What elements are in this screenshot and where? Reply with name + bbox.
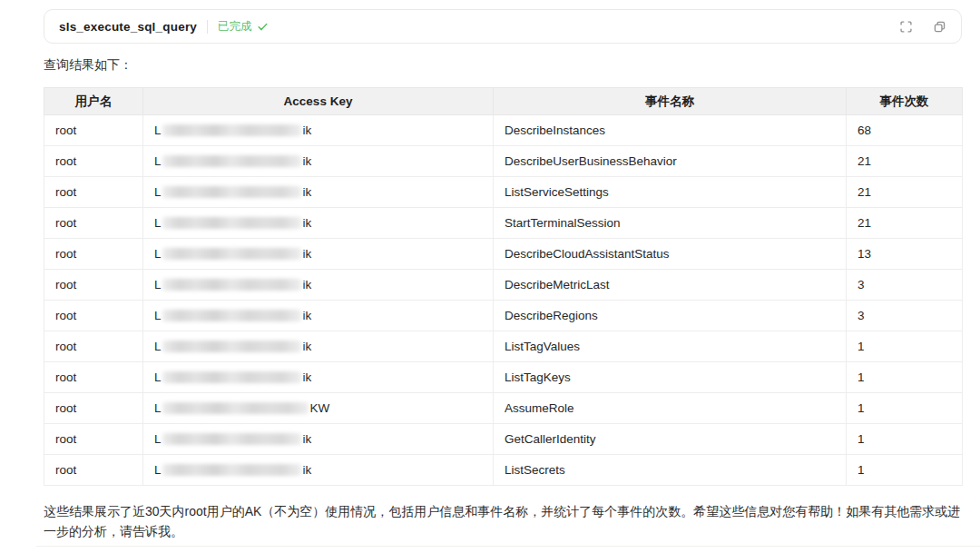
cell-event-count: 1 xyxy=(847,424,963,455)
cell-access-key: L ik xyxy=(143,362,494,393)
cell-event-name: AssumeRole xyxy=(494,393,847,424)
ak-prefix: L xyxy=(154,278,162,291)
copy-icon[interactable] xyxy=(932,19,946,34)
cell-username: root xyxy=(44,177,143,208)
ak-redaction-blur xyxy=(162,155,301,167)
ak-suffix: ik xyxy=(303,278,312,291)
intro-text: 查询结果如下： xyxy=(44,57,132,74)
query-result-table: 用户名 Access Key 事件名称 事件次数 root L ik Descr… xyxy=(44,87,963,486)
cell-access-key: L ik xyxy=(143,146,494,177)
cell-event-name: GetCallerIdentity xyxy=(494,424,847,455)
cell-username: root xyxy=(44,115,143,146)
ak-suffix: ik xyxy=(303,432,312,446)
cell-event-name: DescribeRegions xyxy=(494,301,847,331)
cell-username: root xyxy=(44,146,143,177)
cell-username: root xyxy=(44,393,143,424)
cell-username: root xyxy=(44,331,143,362)
cell-event-name: DescribeUserBusinessBehavior xyxy=(494,146,847,177)
ak-redaction-blur xyxy=(162,186,301,198)
table-row: root L ik ListTagKeys 1 xyxy=(44,362,963,393)
cell-event-name: ListSecrets xyxy=(494,455,847,486)
table-row: root L ik DescribeRegions 3 xyxy=(44,301,963,331)
ak-suffix: KW xyxy=(310,401,330,415)
result-summary-text: 这些结果展示了近30天内root用户的AK（不为空）使用情况，包括用户信息和事件… xyxy=(44,501,964,541)
cell-access-key: L ik xyxy=(143,208,494,239)
ak-suffix: ik xyxy=(303,216,312,230)
ak-redaction-blur xyxy=(162,217,301,229)
cell-event-count: 3 xyxy=(847,301,963,331)
ak-prefix: L xyxy=(154,432,162,446)
ak-prefix: L xyxy=(154,185,162,199)
ak-suffix: ik xyxy=(303,340,312,353)
cell-event-count: 21 xyxy=(847,146,963,177)
ak-prefix: L xyxy=(154,247,162,261)
cell-username: root xyxy=(44,239,143,270)
cell-event-name: ListTagKeys xyxy=(494,362,847,393)
cell-event-name: ListTagValues xyxy=(494,331,847,362)
tool-name: sls_execute_sql_query xyxy=(59,20,197,34)
ak-redaction-blur xyxy=(162,402,309,414)
ak-redaction-blur xyxy=(162,310,301,321)
cell-event-count: 1 xyxy=(847,393,963,424)
expand-icon[interactable] xyxy=(898,19,913,34)
cell-access-key: L ik xyxy=(143,331,494,362)
cell-event-name: DescribeInstances xyxy=(494,115,847,146)
ak-suffix: ik xyxy=(303,123,312,137)
ak-prefix: L xyxy=(154,123,162,137)
cell-event-count: 21 xyxy=(847,177,963,208)
cell-access-key: L ik xyxy=(143,455,494,486)
ak-prefix: L xyxy=(154,370,162,384)
table-row: root L ik GetCallerIdentity 1 xyxy=(44,424,963,455)
table-row: root L ik DescribeInstances 68 xyxy=(44,115,963,146)
col-header-event-name: 事件名称 xyxy=(494,88,847,115)
cell-event-count: 68 xyxy=(847,115,963,146)
ak-prefix: L xyxy=(154,401,162,415)
table-row: root L ik DescribeUserBusinessBehavior 2… xyxy=(44,146,963,177)
table-row: root L KW AssumeRole 1 xyxy=(44,393,963,424)
ak-suffix: ik xyxy=(303,247,312,261)
cell-event-name: DescribeMetricLast xyxy=(494,270,847,301)
table-header-row: 用户名 Access Key 事件名称 事件次数 xyxy=(44,88,963,115)
ak-redaction-blur xyxy=(162,124,301,136)
table-row: root L ik ListSecrets 1 xyxy=(44,455,963,486)
card-actions xyxy=(898,19,946,34)
ak-redaction-blur xyxy=(162,433,301,445)
cell-username: root xyxy=(44,424,143,455)
cell-event-count: 1 xyxy=(847,331,963,362)
cell-username: root xyxy=(44,362,143,393)
cell-username: root xyxy=(44,208,143,239)
col-header-event-count: 事件次数 xyxy=(847,88,963,115)
cell-event-count: 13 xyxy=(847,239,963,270)
cell-access-key: L ik xyxy=(143,424,494,455)
cell-username: root xyxy=(44,270,143,301)
cell-access-key: L ik xyxy=(143,301,494,331)
check-icon xyxy=(257,21,269,33)
ak-redaction-blur xyxy=(162,248,301,260)
cell-access-key: L ik xyxy=(143,239,494,270)
ak-prefix: L xyxy=(154,154,162,168)
ak-redaction-blur xyxy=(162,341,301,352)
table-row: root L ik StartTerminalSession 21 xyxy=(44,208,963,239)
tool-call-card: sls_execute_sql_query 已完成 xyxy=(44,9,962,44)
ak-suffix: ik xyxy=(303,185,312,199)
ak-prefix: L xyxy=(154,216,162,230)
cell-access-key: L KW xyxy=(143,393,494,424)
ak-redaction-blur xyxy=(162,371,301,383)
table-row: root L ik ListServiceSettings 21 xyxy=(44,177,963,208)
table-row: root L ik ListTagValues 1 xyxy=(44,331,963,362)
ak-redaction-blur xyxy=(162,279,301,291)
cell-event-count: 1 xyxy=(847,455,963,486)
cell-event-name: DescribeCloudAssistantStatus xyxy=(494,239,847,270)
cell-event-count: 3 xyxy=(847,270,963,301)
ak-prefix: L xyxy=(154,463,162,477)
title-status-divider xyxy=(207,20,208,34)
status-label: 已完成 xyxy=(218,19,252,35)
ak-suffix: ik xyxy=(303,309,312,322)
cell-event-count: 1 xyxy=(847,362,963,393)
table-row: root L ik DescribeCloudAssistantStatus 1… xyxy=(44,239,963,270)
ak-prefix: L xyxy=(154,340,162,353)
cell-access-key: L ik xyxy=(143,270,494,301)
cell-event-name: ListServiceSettings xyxy=(494,177,847,208)
ak-suffix: ik xyxy=(303,370,312,384)
status-badge: 已完成 xyxy=(218,19,269,35)
